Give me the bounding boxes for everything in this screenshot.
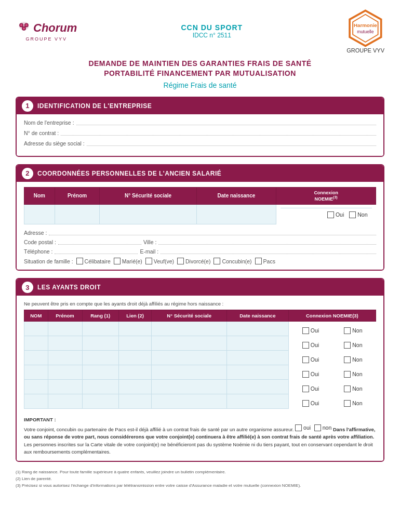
- s2-row-nom[interactable]: [24, 204, 55, 224]
- s3-r6-non[interactable]: Non: [344, 400, 362, 407]
- s2-email-input[interactable]: [161, 254, 376, 254]
- s3-r1-secu[interactable]: [152, 322, 227, 336]
- s3-r2-non-cb[interactable]: [344, 342, 351, 349]
- s3-r6-naissance[interactable]: [226, 394, 288, 409]
- s2-col-nom: Nom: [24, 187, 55, 204]
- s3-r1-prenom[interactable]: [48, 322, 82, 336]
- s3-r1-rang[interactable]: [82, 322, 118, 336]
- s2-address-label: Adresse :: [24, 230, 47, 236]
- s3-r5-non[interactable]: Non: [344, 385, 362, 392]
- s3-r5-secu[interactable]: [152, 380, 227, 394]
- s2-veuf[interactable]: Veuf(ve): [145, 258, 174, 264]
- s3-r2-noemie: Oui Non: [288, 336, 376, 351]
- important-oui[interactable]: oui: [295, 424, 311, 432]
- s3-r3-secu[interactable]: [152, 351, 227, 365]
- s3-r1-oui-cb[interactable]: [302, 327, 309, 334]
- s2-address-input[interactable]: [49, 235, 376, 235]
- s3-r4-non[interactable]: Non: [344, 371, 362, 378]
- s3-r3-rang[interactable]: [82, 351, 118, 365]
- company-name-input[interactable]: [76, 125, 376, 125]
- s3-r3-non-cb[interactable]: [344, 356, 351, 363]
- s3-r2-secu[interactable]: [152, 336, 227, 351]
- s3-r2-prenom[interactable]: [48, 336, 82, 351]
- s3-r6-prenom[interactable]: [48, 394, 82, 409]
- s3-r6-oui[interactable]: Oui: [302, 400, 319, 407]
- s3-r3-prenom[interactable]: [48, 351, 82, 365]
- s3-r2-rang[interactable]: [82, 336, 118, 351]
- s3-r4-non-cb[interactable]: [344, 371, 351, 378]
- s2-pacs-checkbox[interactable]: [255, 258, 262, 264]
- s3-r4-lien[interactable]: [118, 365, 152, 380]
- s3-r5-rang[interactable]: [82, 380, 118, 394]
- s2-row-naissance[interactable]: [196, 204, 276, 224]
- address-input[interactable]: [87, 145, 376, 146]
- footnote-2: (2) Lien de parenté.: [16, 476, 384, 483]
- contract-num-line: N° de contrat :: [24, 130, 376, 136]
- s2-pacs[interactable]: Pacs: [255, 258, 275, 264]
- s2-non-label[interactable]: Non: [349, 211, 367, 218]
- s2-divorce[interactable]: Divorcé(e): [177, 258, 210, 264]
- s3-r1-oui[interactable]: Oui: [302, 327, 319, 334]
- s2-marie[interactable]: Marié(e): [114, 258, 142, 264]
- s3-r3-oui-cb[interactable]: [302, 356, 309, 363]
- s2-cp-input[interactable]: [58, 244, 141, 245]
- s3-r6-secu[interactable]: [152, 394, 227, 409]
- s3-r5-oui-cb[interactable]: [302, 385, 309, 392]
- s3-r5-nom[interactable]: [24, 380, 48, 394]
- s2-divorce-checkbox[interactable]: [177, 258, 184, 264]
- s3-r6-rang[interactable]: [82, 394, 118, 409]
- s2-veuf-checkbox[interactable]: [145, 258, 152, 264]
- s3-r6-nom[interactable]: [24, 394, 48, 409]
- s3-r2-non[interactable]: Non: [344, 342, 362, 349]
- s2-oui-checkbox[interactable]: [327, 211, 334, 218]
- s3-r5-oui[interactable]: Oui: [302, 385, 319, 392]
- s3-r4-oui[interactable]: Oui: [302, 371, 319, 378]
- s2-concubin-checkbox[interactable]: [214, 258, 220, 264]
- s2-ville-input[interactable]: [158, 244, 376, 245]
- s3-r3-oui[interactable]: Oui: [302, 356, 319, 363]
- s2-concubin[interactable]: Concubin(e): [214, 258, 251, 264]
- s3-r6-non-cb[interactable]: [344, 400, 351, 407]
- important-oui-cb[interactable]: [295, 424, 302, 431]
- s2-row-secu[interactable]: [100, 204, 196, 224]
- s3-r3-non[interactable]: Non: [344, 356, 362, 363]
- s3-r3-naissance[interactable]: [226, 351, 288, 365]
- s2-row-prenom[interactable]: [55, 204, 100, 224]
- s3-r6-lien[interactable]: [118, 394, 152, 409]
- important-non[interactable]: non: [314, 424, 332, 432]
- s3-r1-non[interactable]: Non: [344, 327, 362, 334]
- s3-r4-rang[interactable]: [82, 365, 118, 380]
- s3-r4-secu[interactable]: [152, 365, 227, 380]
- table-row: Oui Non: [24, 380, 376, 394]
- s3-r1-non-cb[interactable]: [344, 327, 351, 334]
- s3-r5-lien[interactable]: [118, 380, 152, 394]
- s3-r5-non-cb[interactable]: [344, 385, 351, 392]
- s3-r4-prenom[interactable]: [48, 365, 82, 380]
- contract-num-input[interactable]: [61, 135, 376, 136]
- s3-r1-naissance[interactable]: [226, 322, 288, 336]
- s3-r4-naissance[interactable]: [226, 365, 288, 380]
- s3-r6-noemie: Oui Non: [288, 394, 376, 409]
- s3-r2-naissance[interactable]: [226, 336, 288, 351]
- s2-non-checkbox[interactable]: [349, 211, 356, 218]
- s3-r2-nom[interactable]: [24, 336, 48, 351]
- s2-celibataire-checkbox[interactable]: [76, 258, 83, 264]
- s3-r2-oui[interactable]: Oui: [302, 342, 319, 349]
- s2-tel-input[interactable]: [55, 254, 138, 254]
- s3-r5-prenom[interactable]: [48, 380, 82, 394]
- s3-r4-nom[interactable]: [24, 365, 48, 380]
- s3-r3-nom[interactable]: [24, 351, 48, 365]
- s3-r4-oui-cb[interactable]: [302, 371, 309, 378]
- s3-r3-lien[interactable]: [118, 351, 152, 365]
- chorum-logo: Chorum GROUPE VYV: [16, 21, 77, 42]
- s3-r1-nom[interactable]: [24, 322, 48, 336]
- s3-r2-lien[interactable]: [118, 336, 152, 351]
- s3-r6-oui-cb[interactable]: [302, 400, 309, 407]
- s3-r5-naissance[interactable]: [226, 380, 288, 394]
- s2-celibataire[interactable]: Célibataire: [76, 258, 111, 264]
- s2-oui-label[interactable]: Oui: [327, 211, 344, 218]
- s3-r2-oui-cb[interactable]: [302, 342, 309, 349]
- s3-r1-lien[interactable]: [118, 322, 152, 336]
- s2-marie-checkbox[interactable]: [114, 258, 121, 264]
- important-non-cb[interactable]: [314, 424, 321, 431]
